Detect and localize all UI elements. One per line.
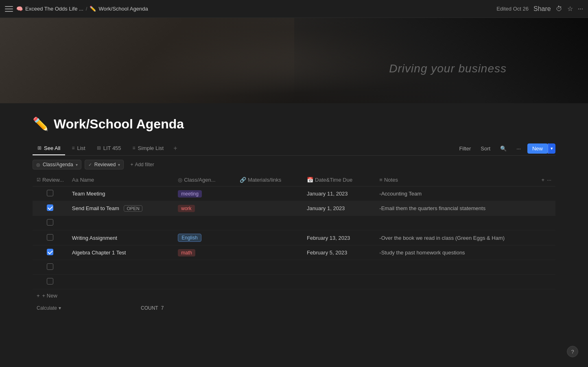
row4-materials[interactable]	[236, 230, 303, 245]
breadcrumb-current-emoji: ✏️	[90, 6, 96, 12]
filter-reviewed[interactable]: ✓ Reviewed ▾	[85, 160, 124, 169]
row6-class[interactable]	[174, 260, 236, 275]
hamburger-icon[interactable]	[5, 5, 13, 13]
top-nav: 🧠 Exceed The Odds Life ... / ✏️ Work/Sch…	[0, 0, 588, 18]
row4-checkbox[interactable]	[47, 234, 53, 241]
row3-notes[interactable]	[375, 216, 555, 230]
breadcrumb: 🧠 Exceed The Odds Life ... / ✏️ Work/Sch…	[16, 6, 148, 12]
count-label: COUNT	[141, 305, 158, 311]
table-row	[33, 216, 555, 230]
filter-reviewed-icon: ✓	[88, 162, 92, 167]
filter-button[interactable]: Filter	[456, 144, 474, 153]
tab-lit455[interactable]: ⊞ LIT 455	[92, 142, 126, 155]
row2-materials[interactable]	[236, 201, 303, 216]
new-button[interactable]: New	[527, 143, 548, 154]
history-icon[interactable]: ⏱	[556, 5, 562, 13]
row3-name[interactable]	[68, 216, 174, 230]
row6-checkbox[interactable]	[47, 263, 53, 270]
row2-class[interactable]: work	[174, 201, 236, 216]
row7-class[interactable]	[174, 275, 236, 289]
sort-button[interactable]: Sort	[477, 144, 494, 153]
filter-reviewed-arrow: ▾	[118, 163, 120, 167]
calculate-button[interactable]: Calculate ▾	[37, 305, 61, 311]
row1-materials[interactable]	[236, 187, 303, 201]
new-row-label: + New	[42, 293, 57, 299]
row7-checkbox-cell	[33, 275, 68, 289]
new-button-dropdown[interactable]: ▾	[548, 143, 555, 154]
breadcrumb-current[interactable]: Work/School Agenda	[98, 6, 148, 12]
filter-class-agenda-label: Class/Agenda	[43, 162, 73, 167]
row1-date[interactable]: January 11, 2023	[303, 187, 375, 201]
row2-checkbox[interactable]	[47, 204, 53, 211]
tab-see-all[interactable]: ⊞ See All	[33, 142, 65, 155]
row5-class[interactable]: math	[174, 245, 236, 260]
row6-materials[interactable]	[236, 260, 303, 275]
page-title: Work/School Agenda	[54, 117, 184, 132]
row5-date[interactable]: February 5, 2023	[303, 245, 375, 260]
row2-notes[interactable]: -Email them the quarters financial state…	[375, 201, 555, 216]
col-materials-icon: 🔗	[240, 177, 246, 183]
row2-name[interactable]: Send Email to Team OPEN	[68, 201, 174, 216]
table-row: Team Meeting meeting January 11, 2023 -A…	[33, 187, 555, 201]
table-row	[33, 260, 555, 275]
row4-date[interactable]: February 13, 2023	[303, 230, 375, 245]
tab-lit455-icon: ⊞	[97, 145, 101, 151]
row3-materials[interactable]	[236, 216, 303, 230]
row1-name[interactable]: Team Meeting	[68, 187, 174, 201]
new-button-group: New ▾	[527, 143, 555, 154]
row1-class[interactable]: meeting	[174, 187, 236, 201]
row1-checkbox-cell	[33, 187, 68, 201]
col-datetime-label: Date&Time Due	[315, 177, 352, 183]
row5-checkbox[interactable]	[47, 249, 53, 255]
tab-simple-list[interactable]: ≡ Simple List	[128, 142, 169, 155]
col-notes-icon: ≡	[379, 177, 383, 183]
search-button[interactable]: 🔍	[497, 144, 510, 153]
table-footer: Calculate ▾ COUNT 7	[33, 302, 555, 314]
nav-right: Edited Oct 26 Share ⏱ ☆ ···	[496, 5, 583, 13]
col-reviewed-label: Review...	[42, 177, 64, 183]
row1-tag: meeting	[178, 190, 202, 198]
more-view-options[interactable]: ···	[513, 144, 524, 153]
row5-checkbox-cell	[33, 245, 68, 260]
row5-name[interactable]: Algebra Chapter 1 Test	[68, 245, 174, 260]
row3-checkbox[interactable]	[47, 219, 53, 226]
row5-materials[interactable]	[236, 245, 303, 260]
add-column-button[interactable]: +	[542, 177, 545, 183]
page-title-row: ✏️ Work/School Agenda	[33, 116, 555, 132]
column-options-button[interactable]: ···	[547, 177, 551, 183]
add-tab-button[interactable]: +	[170, 141, 180, 155]
row1-checkbox[interactable]	[47, 190, 53, 196]
col-header-class: ◎ Class/Agen...	[174, 174, 236, 187]
row7-checkbox[interactable]	[47, 278, 53, 284]
more-options-icon[interactable]: ···	[578, 5, 583, 13]
tab-list[interactable]: ≡ List	[67, 142, 90, 155]
row7-date[interactable]	[303, 275, 375, 289]
breadcrumb-parent[interactable]: Exceed The Odds Life ...	[25, 6, 83, 12]
add-filter-button[interactable]: + Add filter	[127, 160, 157, 169]
page-title-emoji: ✏️	[33, 116, 49, 132]
filter-class-agenda[interactable]: ◎ Class/Agenda ▾	[33, 160, 81, 169]
favorite-icon[interactable]: ☆	[567, 5, 573, 13]
row4-name[interactable]: Writing Assignment	[68, 230, 174, 245]
row1-notes[interactable]: -Accounting Team	[375, 187, 555, 201]
row5-notes[interactable]: -Study the past homework questions	[375, 245, 555, 260]
row6-notes[interactable]	[375, 260, 555, 275]
row7-notes[interactable]	[375, 275, 555, 289]
row3-date[interactable]	[303, 216, 375, 230]
row7-name[interactable]	[68, 275, 174, 289]
tabs-row: ⊞ See All ≡ List ⊞ LIT 455 ≡ Simple List…	[33, 141, 555, 156]
row6-name[interactable]	[68, 260, 174, 275]
share-button[interactable]: Share	[533, 5, 551, 13]
row4-class[interactable]: English	[174, 230, 236, 245]
row3-class[interactable]	[174, 216, 236, 230]
row7-materials[interactable]	[236, 275, 303, 289]
tab-list-label: List	[77, 145, 85, 151]
row4-notes[interactable]: -Over the book we read in class (Green E…	[375, 230, 555, 245]
row2-date[interactable]: January 1, 2023	[303, 201, 375, 216]
help-button[interactable]: ?	[567, 346, 578, 357]
table-header-row: ☑ Review... Aa Name ◎ Class/Agen..	[33, 174, 555, 187]
new-row-button[interactable]: + + New	[33, 289, 555, 302]
row6-date[interactable]	[303, 260, 375, 275]
nav-left: 🧠 Exceed The Odds Life ... / ✏️ Work/Sch…	[5, 5, 148, 13]
add-filter-label: Add filter	[135, 162, 154, 167]
